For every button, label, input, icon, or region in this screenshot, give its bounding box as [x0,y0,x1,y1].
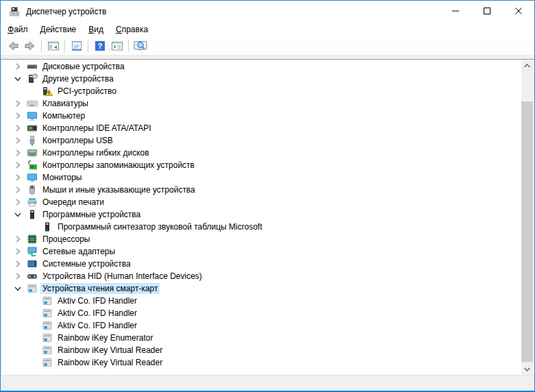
warning-device-icon [42,86,53,97]
tree-item[interactable]: Компьютер [2,110,521,122]
scrollbar-track[interactable] [521,71,533,363]
tree-item[interactable]: Программные устройства [2,208,521,221]
chevron-right-icon[interactable] [14,62,22,71]
tree-item-label[interactable]: PCI-устройство [55,86,119,97]
chevron-right-icon[interactable] [14,161,22,169]
tree-item-label[interactable]: Устройства чтения смарт-карт [40,283,160,294]
scan-hardware-changes-button[interactable] [132,38,149,54]
tree-item-label[interactable]: Устройства HID (Human Interface Devices) [40,271,204,282]
back-button[interactable] [4,38,21,54]
maximize-icon [484,8,490,14]
tree-item-label[interactable]: Сетевые адаптеры [40,246,117,257]
tree-item[interactable]: Мониторы [2,171,521,184]
smart-card-reader-icon [42,357,53,368]
tree-item[interactable]: PCI-устройство [2,85,521,97]
chevron-right-icon[interactable] [14,112,22,120]
chevron-right-icon[interactable] [14,272,22,280]
tree-item-label[interactable]: Контроллеры USB [40,135,115,146]
usb-controller-icon [27,135,38,146]
tree-item[interactable]: Клавиатуры [2,97,521,110]
chevron-right-icon[interactable] [14,198,22,206]
chevron-down-icon[interactable] [14,210,22,219]
tree-item[interactable]: Aktiv Co. IFD Handler [2,307,521,319]
tree-item-label[interactable]: Клавиатуры [40,98,90,109]
ide-controller-icon [27,123,38,134]
menu-view[interactable]: Вид [82,23,110,36]
tree-item-label[interactable]: Процессоры [40,234,92,245]
maximize-button[interactable] [471,1,503,21]
tree-item-label[interactable]: Контроллеры запоминающих устройств [40,160,197,171]
chevron-right-icon[interactable] [14,124,22,132]
tree-item-label[interactable]: Другие устройства [40,73,116,84]
help-button[interactable]: ? [91,38,108,54]
tree-item-label[interactable]: Компьютер [40,110,87,121]
tree-item-label[interactable]: Rainbow iKey Enumerator [55,332,155,343]
tree-item-label[interactable]: Системные устройства [40,258,133,269]
tree-item-label[interactable]: Aktiv Co. IFD Handler [55,295,139,306]
chevron-right-icon[interactable] [14,235,22,243]
tree-item-label[interactable]: Контроллеры IDE ATA/ATAPI [40,123,153,134]
svg-text:?: ? [34,74,36,79]
tree-item-label[interactable]: Aktiv Co. IFD Handler [55,320,139,331]
chevron-right-icon[interactable] [14,99,22,108]
smart-card-reader-icon [42,332,53,343]
tree-item[interactable]: Контроллеры USB [2,134,521,147]
tree-item[interactable]: Aktiv Co. IFD Handler [2,295,521,307]
toolbar: ? [1,37,534,56]
scrollbar-thumb[interactable] [521,101,533,362]
tree-item-label[interactable]: Aktiv Co. IFD Handler [55,308,139,319]
tree-item[interactable]: Контроллеры запоминающих устройств [2,159,521,171]
scrollbar-down-button[interactable] [521,363,533,375]
titlebar: Диспетчер устройств [1,1,534,22]
chevron-right-icon[interactable] [14,136,22,145]
chevron-right-icon[interactable] [14,247,22,256]
tree-item[interactable]: Rainbow iKey Virtual Reader [2,356,521,369]
show-console-tree-button[interactable] [45,38,62,54]
tree-item-label[interactable]: Очереди печати [40,197,106,208]
chevron-down-icon[interactable] [14,284,22,293]
tree-item-label[interactable]: Rainbow iKey Virtual Reader [55,345,164,356]
unknown-device-icon: ? [27,73,38,84]
tree-item-label[interactable]: Rainbow iKey Virtual Reader [55,357,164,368]
tree-item-label[interactable]: Программные устройства [40,209,142,220]
tree-item-label[interactable]: Дисковые устройства [40,61,127,72]
tree-item[interactable]: Очереди печати [2,196,521,208]
tree-item-label[interactable]: Мониторы [40,172,84,183]
tree-item-label[interactable]: Программный синтезатор звуковой таблицы … [55,221,264,232]
tree-item[interactable]: Aktiv Co. IFD Handler [2,319,521,332]
tree-item[interactable]: Устройства чтения смарт-карт [2,282,521,295]
menu-help[interactable]: Справка [110,23,154,36]
scrollbar-up-button[interactable] [521,60,533,71]
tree-item[interactable]: Контроллеры гибких дисков [2,147,521,159]
properties-button[interactable] [68,38,85,54]
chevron-down-icon[interactable] [14,75,22,83]
tree-item-label[interactable]: Мыши и иные указывающие устройства [40,184,197,195]
tree-item[interactable]: Rainbow iKey Virtual Reader [2,344,521,356]
tree-item[interactable]: Rainbow iKey Enumerator [2,332,521,344]
tree-item[interactable]: Сетевые адаптеры [2,245,521,258]
minimize-button[interactable] [440,1,471,21]
tree-item[interactable]: Программный синтезатор звуковой таблицы … [2,221,521,233]
keyboard-icon [27,98,38,109]
tree-item[interactable]: ? Другие устройства [2,73,521,85]
tree-item[interactable]: Мыши и иные указывающие устройства [2,184,521,196]
tree-item[interactable]: Процессоры [2,233,521,245]
chevron-right-icon[interactable] [14,186,22,194]
close-button[interactable] [503,1,534,21]
chevron-right-icon[interactable] [14,260,22,268]
tree-item[interactable]: Контроллеры IDE ATA/ATAPI [2,122,521,134]
tree-item[interactable]: Дисковые устройства [2,60,521,73]
chevron-right-icon[interactable] [14,173,22,182]
tree-item[interactable]: Устройства HID (Human Interface Devices) [2,270,521,282]
software-device-icon [42,221,53,232]
menu-action[interactable]: Действие [34,23,83,36]
tree-item[interactable]: Системные устройства [2,258,521,270]
vertical-scrollbar[interactable] [521,60,533,375]
chevron-right-icon[interactable] [14,149,22,157]
software-device-icon [27,209,38,220]
menu-file[interactable]: Файл [1,23,34,36]
forward-button[interactable] [21,38,38,54]
storage-controller-icon [27,160,38,171]
tree-item-label[interactable]: Контроллеры гибких дисков [40,147,151,158]
action-pane-button[interactable] [108,38,125,54]
